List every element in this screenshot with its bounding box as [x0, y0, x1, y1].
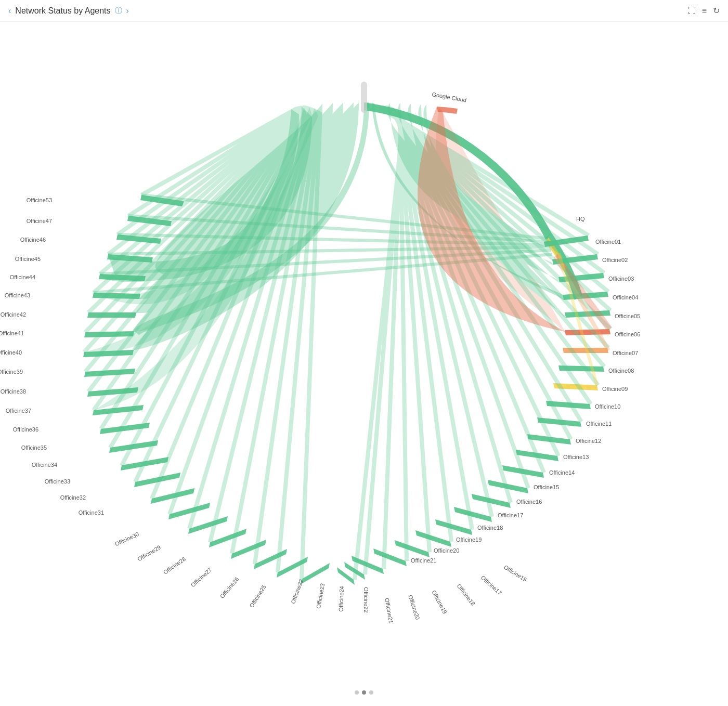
pagination-dot-3[interactable] — [369, 690, 373, 695]
pagination — [355, 690, 373, 695]
officine32-label: Officine32 — [60, 494, 86, 501]
officine22-label: Officine22 — [290, 578, 304, 604]
officine39-label: Officine39 — [0, 369, 23, 375]
officine18-label: Officine18 — [456, 583, 476, 607]
officine23-label: Officine23 — [315, 583, 326, 609]
nav-forward-button[interactable]: › — [126, 6, 129, 16]
officine19-label: Officine19 — [431, 589, 448, 615]
officine40-label: Officine40 — [0, 349, 22, 356]
officine01-label: Officine01 — [595, 239, 621, 245]
pagination-dot-1[interactable] — [355, 690, 359, 695]
fullscreen-icon[interactable]: ⛶ — [687, 6, 696, 16]
officine11-label: Officine11 — [586, 421, 612, 427]
officine47-label: Officine47 — [27, 218, 52, 224]
officine25-label: Officine25 — [248, 584, 267, 609]
officine-label-r: Officine19 — [503, 564, 528, 583]
officine10-label: Officine10 — [595, 403, 620, 410]
officine17r-label: Officine17 — [498, 512, 523, 518]
officine14-label: Officine14 — [549, 469, 575, 476]
officine38-label: Officine38 — [1, 388, 26, 395]
center-connector — [361, 82, 367, 113]
officine31-label: Officine31 — [79, 509, 104, 516]
officine08-label: Officine08 — [608, 368, 634, 374]
officine04-label: Officine04 — [613, 294, 638, 300]
chord-diagram: Officine53 Officine47 Officine46 Officin… — [0, 30, 728, 695]
officine30-label: Officine30 — [114, 531, 140, 547]
help-icon[interactable]: ⓘ — [115, 6, 122, 16]
svg-line-47 — [355, 118, 404, 580]
header-left: ‹ Network Status by Agents ⓘ › — [8, 6, 129, 16]
officine33-label: Officine33 — [45, 478, 70, 485]
hq-label: HQ — [576, 216, 585, 222]
officine03-label: Officine03 — [608, 276, 634, 282]
header-right: ⛶ ≡ ↻ — [687, 6, 720, 16]
pagination-dot-2[interactable] — [362, 690, 366, 695]
officine19r-label: Officine19 — [456, 537, 482, 543]
officine44-label: Officine44 — [10, 274, 35, 280]
officine43-label: Officine43 — [5, 292, 30, 298]
officine02-label: Officine02 — [602, 257, 628, 263]
nav-back-button[interactable]: ‹ — [8, 6, 11, 16]
officine18r-label: Officine18 — [477, 525, 503, 531]
refresh-icon[interactable]: ↻ — [713, 6, 720, 16]
officine09-label: Officine09 — [602, 386, 628, 392]
officine24-label: Officine24 — [337, 586, 345, 612]
officine17-label: Officine17 — [480, 574, 503, 596]
officine28-label: Officine28 — [162, 556, 187, 576]
officine12-label: Officine12 — [576, 438, 601, 444]
officine29-label: Officine29 — [136, 544, 162, 562]
officine07-label: Officine07 — [613, 350, 638, 356]
officine45-label: Officine45 — [15, 256, 41, 262]
officine05-label: Officine05 — [615, 313, 640, 319]
officine13-label: Officine13 — [563, 454, 589, 460]
officine-center-label: Officine22 — [363, 587, 369, 612]
officine20-label: Officine20 — [407, 594, 421, 621]
google-cloud-label: Google Cloud — [432, 91, 467, 103]
officine42-label: Officine42 — [1, 311, 26, 318]
officine35-label: Officine35 — [21, 444, 47, 451]
officine21-label: Officine21 — [384, 597, 394, 624]
officine36-label: Officine36 — [13, 426, 38, 433]
filter-icon[interactable]: ≡ — [702, 6, 707, 16]
officine27-label: Officine27 — [190, 567, 213, 589]
officine37-label: Officine37 — [6, 408, 31, 414]
officine06-label: Officine06 — [615, 331, 640, 337]
page-header: ‹ Network Status by Agents ⓘ › ⛶ ≡ ↻ — [0, 0, 728, 22]
officine15-label: Officine15 — [534, 484, 559, 490]
officine20r-label: Officine20 — [434, 547, 459, 554]
chart-container: Officine53 Officine47 Officine46 Officin… — [0, 22, 728, 703]
officine21r-label: Officine21 — [411, 557, 436, 564]
officine26-label: Officine26 — [219, 576, 240, 600]
officine34-label: Officine34 — [32, 462, 57, 468]
page-title: Network Status by Agents — [15, 6, 110, 16]
officine41-label: Officine41 — [0, 330, 24, 336]
officine46-label: Officine46 — [20, 237, 46, 243]
officine16-label: Officine16 — [516, 499, 542, 505]
officine53-label: Officine53 — [27, 197, 52, 203]
